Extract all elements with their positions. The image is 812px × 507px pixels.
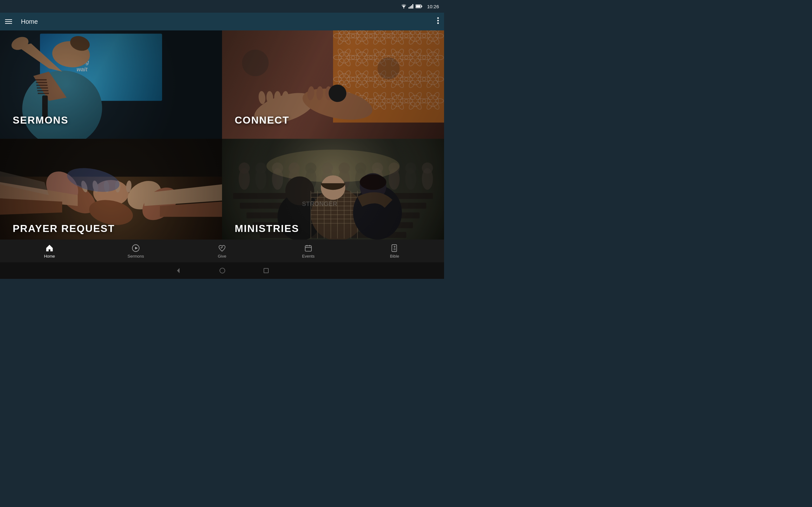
ministries-tile[interactable]: MINISTRIES [222, 139, 444, 247]
svg-rect-13 [305, 245, 311, 251]
nav-bible[interactable]: Bible [382, 244, 407, 259]
connect-tile[interactable]: CONNECT [222, 31, 444, 139]
events-nav-icon [304, 244, 313, 252]
svg-marker-12 [135, 246, 138, 249]
svg-rect-7 [416, 5, 420, 8]
give-nav-label: Give [218, 254, 226, 259]
svg-rect-1 [409, 7, 409, 9]
wifi-icon [401, 4, 407, 9]
sermons-tile[interactable]: SERMONS [0, 31, 222, 139]
nav-give[interactable]: Give [209, 244, 235, 259]
back-button[interactable] [175, 268, 182, 274]
sermons-nav-icon [131, 244, 140, 252]
home-nav-label: Home [44, 254, 55, 259]
bottom-nav: Home Sermons Give [0, 239, 444, 262]
svg-rect-24 [264, 268, 268, 273]
home-button[interactable] [219, 268, 225, 274]
bible-nav-icon [390, 244, 399, 252]
app-title: Home [21, 18, 437, 25]
svg-rect-17 [392, 245, 397, 251]
svg-rect-6 [421, 6, 422, 7]
svg-rect-3 [411, 5, 412, 9]
svg-point-10 [438, 22, 439, 24]
nav-events[interactable]: Events [296, 244, 321, 259]
svg-point-9 [438, 20, 439, 21]
prayer-label: PRAYER REQUEST [13, 223, 115, 234]
events-nav-label: Events [302, 254, 315, 259]
home-nav-icon [45, 244, 54, 252]
svg-marker-22 [177, 268, 180, 273]
svg-point-0 [403, 8, 404, 9]
system-nav [0, 262, 444, 279]
ministries-label: MINISTRIES [235, 223, 299, 234]
bible-nav-label: Bible [390, 254, 399, 259]
status-time: 10:26 [427, 4, 439, 9]
nav-sermons[interactable]: Sermons [123, 244, 148, 259]
give-nav-icon [217, 244, 226, 252]
status-icons: 10:26 [401, 4, 439, 9]
more-options-icon[interactable] [437, 17, 439, 26]
svg-rect-4 [412, 4, 413, 9]
svg-rect-2 [410, 6, 411, 9]
connect-label: CONNECT [235, 114, 289, 126]
menu-icon[interactable] [5, 19, 14, 24]
signal-icon [409, 4, 414, 9]
prayer-tile[interactable]: PRAYER REQUEST [0, 139, 222, 247]
app-bar: Home [0, 13, 444, 31]
recent-apps-button[interactable] [263, 268, 269, 274]
sermons-label: SERMONS [13, 114, 68, 126]
main-grid: SERMONS CONNECT PRAYER REQUEST MINISTRIE… [0, 31, 444, 247]
sermons-nav-label: Sermons [128, 254, 144, 259]
nav-home[interactable]: Home [37, 244, 62, 259]
svg-point-8 [438, 17, 439, 19]
battery-icon [415, 4, 422, 8]
svg-point-23 [220, 268, 225, 273]
status-bar: 10:26 [0, 0, 444, 13]
